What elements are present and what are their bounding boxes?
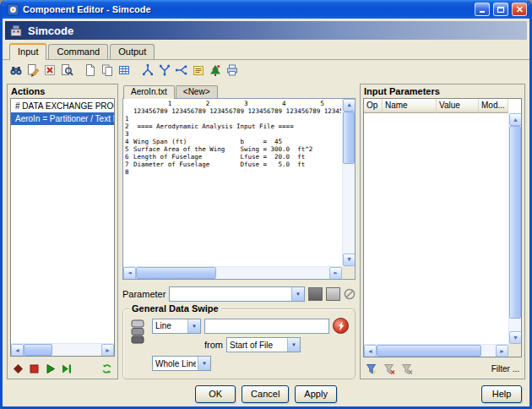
scroll-right-button[interactable]: ►	[496, 345, 508, 357]
tree-icon[interactable]	[208, 63, 222, 78]
filter-apply-icon[interactable]	[366, 363, 377, 375]
line-number: 2	[125, 123, 133, 130]
column-header-mode[interactable]: Mod...	[479, 99, 508, 113]
swipe-row-1: Line ▼	[152, 318, 349, 334]
preview-icon[interactable]	[59, 63, 73, 78]
editor-line: 2 ==== Aerodynamic Analysis Input File =…	[125, 123, 341, 130]
ok-button[interactable]: OK	[195, 385, 236, 403]
scope-combobox[interactable]: Whole Line ▼	[152, 356, 211, 371]
edit-icon[interactable]	[25, 63, 40, 78]
parameters-hscrollbar[interactable]: ◄ ►	[364, 344, 508, 357]
dark-swatch-button[interactable]	[308, 287, 323, 301]
line-text: ==== Aerodynamic Analysis Input File ===…	[133, 123, 294, 130]
action-item-aeroin[interactable]: AeroIn = Partitioner / Text F	[11, 112, 114, 125]
chevron-down-icon[interactable]: ▼	[198, 357, 210, 370]
scroll-down-button[interactable]: ▼	[509, 331, 522, 344]
grid-icon[interactable]	[117, 63, 131, 78]
editor-vscrollbar[interactable]: ▲ ▼	[342, 99, 355, 266]
editor-line: 7Diameter of Fuselage Dfuse = 5.0 ft	[125, 161, 341, 168]
line-number: 4	[125, 138, 133, 145]
scroll-left-button[interactable]: ◄	[123, 267, 136, 280]
tab-command[interactable]: Command	[48, 44, 108, 59]
print-icon[interactable]	[225, 63, 239, 78]
apply-button[interactable]: Apply	[295, 385, 337, 403]
swipe-row-2: from Start of File ▼	[152, 337, 349, 352]
scrollbar-thumb[interactable]	[136, 267, 216, 279]
column-header-name[interactable]: Name	[383, 99, 437, 113]
parameters-vscrollbar[interactable]: ▲ ▼	[508, 113, 521, 344]
merge-branch-icon[interactable]	[157, 63, 171, 78]
find-icon[interactable]	[8, 63, 23, 78]
cancel-button[interactable]: Cancel	[242, 385, 289, 403]
column-header-value[interactable]: Value	[437, 99, 479, 113]
close-button[interactable]	[512, 3, 527, 16]
line-text: Diameter of Fuselage Dfuse = 5.0 ft	[133, 161, 305, 168]
editor-line: 4Wing Span (ft) b = 45	[125, 138, 341, 145]
editor-line: 6Length of Fuselage Lfuse = 20.0 ft	[125, 153, 341, 161]
actions-footer	[10, 357, 115, 376]
gray-swatch-button[interactable]	[326, 287, 340, 301]
step-icon[interactable]	[61, 363, 72, 374]
delete-icon[interactable]	[42, 63, 57, 78]
chevron-down-icon[interactable]: ▼	[287, 338, 300, 352]
scroll-left-button[interactable]: ◄	[11, 344, 24, 357]
code-editor[interactable]: 1 2 3 4 5 6 123456789 123456789 12345678…	[122, 98, 356, 280]
titlebar[interactable]: Component Editor - Simcode	[3, 0, 529, 19]
help-button[interactable]: Help	[481, 385, 522, 403]
editor-content[interactable]: 1 2 3 4 5 6 123456789 123456789 12345678…	[125, 100, 341, 265]
editor-tabstrip: AeroIn.txt <New>	[122, 84, 356, 98]
tab-input[interactable]: Input	[9, 43, 46, 60]
editor-hscrollbar[interactable]: ◄ ►	[123, 266, 342, 279]
scrollbar-thumb[interactable]	[377, 345, 481, 357]
line-number: 6	[125, 153, 133, 161]
filter-clear-icon[interactable]	[401, 363, 413, 375]
editor-ruler-units: 123456789 123456789 123456789 123456789 …	[125, 107, 341, 115]
scroll-up-button[interactable]: ▲	[343, 99, 356, 112]
link-branch-icon[interactable]	[174, 63, 188, 78]
from-combobox[interactable]: Start of File ▼	[226, 337, 301, 352]
swipe-row-3: Whole Line ▼	[152, 356, 349, 371]
component-title: Simcode	[28, 25, 73, 37]
halt-icon[interactable]	[13, 363, 24, 374]
refresh-icon[interactable]	[101, 363, 112, 374]
scrollbar-thumb[interactable]	[509, 126, 521, 319]
editor-tab-aeroin[interactable]: AeroIn.txt	[123, 85, 175, 99]
parameter-combobox[interactable]: ▼	[169, 286, 305, 302]
minimize-button[interactable]	[475, 3, 490, 16]
chevron-down-icon[interactable]: ▼	[291, 287, 304, 301]
actions-list[interactable]: # DATA EXCHANGE PROG AeroIn = Partitione…	[10, 98, 115, 357]
scroll-down-button[interactable]: ▼	[343, 254, 356, 266]
tab-output[interactable]: Output	[110, 44, 155, 59]
action-item-data-exchange[interactable]: # DATA EXCHANGE PROG	[11, 100, 114, 112]
copy-file-icon[interactable]	[100, 63, 114, 78]
note-icon[interactable]	[191, 63, 205, 78]
swipe-run-button[interactable]	[333, 318, 349, 334]
center-panel: AeroIn.txt <New> 1 2 3 4 5 6 123456789 1…	[122, 84, 356, 379]
scrollbar-thumb[interactable]	[24, 344, 52, 356]
scroll-left-button[interactable]: ◄	[364, 345, 377, 357]
run-icon[interactable]	[45, 363, 56, 374]
scrollbar-thumb[interactable]	[343, 112, 355, 164]
main-area: Actions # DATA EXCHANGE PROG AeroIn = Pa…	[3, 80, 529, 381]
maximize-button[interactable]	[493, 3, 508, 16]
scroll-right-button[interactable]: ►	[101, 344, 114, 357]
parameters-table[interactable]: Op Name Value Mod... ▲ ▼ ◄ ►	[363, 98, 522, 357]
split-branch-icon[interactable]	[140, 63, 155, 78]
filter-remove-icon[interactable]	[383, 363, 395, 375]
actions-hscrollbar[interactable]: ◄ ►	[11, 343, 114, 356]
column-header-op[interactable]: Op	[364, 99, 383, 113]
line-mode-combobox[interactable]: Line ▼	[152, 319, 201, 334]
from-label: from	[204, 340, 223, 350]
toolbar	[3, 60, 529, 80]
no-selection-icon[interactable]	[344, 288, 356, 300]
editor-tab-new[interactable]: <New>	[176, 85, 218, 98]
line-text: Surface Area of the Wing Swing = 300.0 f…	[133, 145, 312, 153]
chevron-down-icon[interactable]: ▼	[187, 319, 200, 333]
stop-icon[interactable]	[29, 363, 40, 374]
scroll-right-button[interactable]: ►	[329, 267, 342, 280]
input-parameters-panel: Input Parameters Op Name Value Mod... ▲ …	[360, 84, 525, 379]
scroll-up-button[interactable]: ▲	[509, 113, 522, 126]
swipe-pattern-input[interactable]	[204, 319, 329, 334]
client-area: Simcode Input Command Output	[3, 19, 529, 406]
new-file-icon[interactable]	[83, 63, 97, 78]
